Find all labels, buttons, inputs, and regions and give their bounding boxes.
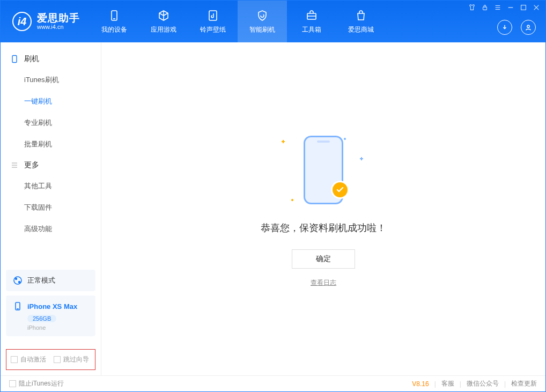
list-icon [10, 161, 19, 169]
tab-label: 铃声壁纸 [200, 25, 226, 34]
lock-icon[interactable] [481, 4, 489, 11]
tab-store[interactable]: 爱思商城 [336, 1, 386, 42]
highlighted-checkbox-row: 自动激活 跳过向导 [6, 349, 95, 370]
footer-link-service[interactable]: 客服 [441, 379, 454, 388]
mode-card[interactable]: 正常模式 [6, 270, 95, 291]
status-bar: 阻止iTunes运行 V8.16 | 客服 | 微信公众号 | 检查更新 [1, 375, 545, 391]
nav-group-flash: 刷机 [1, 49, 101, 69]
close-icon[interactable] [533, 4, 540, 11]
svg-rect-4 [483, 7, 487, 10]
footer-link-wechat[interactable]: 微信公众号 [467, 379, 499, 388]
nav-group-more: 更多 [1, 155, 101, 175]
shield-refresh-icon [256, 9, 269, 22]
version-label: V8.16 [412, 380, 429, 388]
music-file-icon [206, 9, 219, 22]
sidebar-item-batch-flash[interactable]: 批量刷机 [1, 134, 101, 155]
header-right-icons [497, 20, 536, 35]
device-card[interactable]: iPhone XS Max 256GB iPhone [6, 295, 95, 336]
user-icon[interactable] [521, 20, 536, 35]
nav-group-label: 刷机 [24, 54, 39, 64]
device-cards: 正常模式 iPhone XS Max 256GB iPhone [1, 264, 101, 346]
success-illustration [275, 130, 372, 211]
logo-text: 爱思助手 www.i4.cn [37, 13, 80, 31]
svg-point-12 [527, 25, 529, 27]
footer-link-update[interactable]: 检查更新 [511, 379, 537, 388]
mode-icon [12, 275, 23, 286]
bag-icon [355, 9, 367, 22]
svg-rect-9 [521, 5, 526, 10]
checkbox-skip-guide[interactable]: 跳过向导 [54, 355, 89, 364]
sidebar-item-pro-flash[interactable]: 专业刷机 [1, 112, 101, 134]
tab-label: 智能刷机 [249, 25, 275, 34]
checkbox-label: 自动激活 [20, 355, 46, 364]
svg-rect-13 [12, 56, 17, 63]
tab-my-device[interactable]: 我的设备 [90, 1, 139, 42]
checkbox-box-icon [9, 380, 16, 387]
device-icon [108, 9, 121, 22]
tab-label: 应用游戏 [151, 25, 176, 34]
main-content: 恭喜您，保资料刷机成功啦！ 确定 查看日志 [101, 42, 545, 375]
app-header: i4 爱思助手 www.i4.cn 我的设备 应用游戏 铃声壁纸 智能刷机 工具… [1, 1, 545, 42]
footer-right: V8.16 | 客服 | 微信公众号 | 检查更新 [412, 379, 537, 388]
tshirt-icon[interactable] [468, 4, 476, 11]
checkmark-badge-icon [331, 181, 349, 199]
svg-point-19 [19, 282, 20, 283]
device-phone-icon [12, 301, 23, 312]
app-name-cn: 爱思助手 [37, 13, 80, 24]
tab-toolbox[interactable]: 工具箱 [287, 1, 336, 42]
app-name-en: www.i4.cn [37, 24, 80, 30]
checkbox-label: 跳过向导 [63, 355, 89, 364]
sidebar-item-oneclick-flash[interactable]: 一键刷机 [1, 91, 101, 112]
tab-apps-games[interactable]: 应用游戏 [139, 1, 188, 42]
success-message: 恭喜您，保资料刷机成功啦！ [261, 221, 386, 234]
app-logo-icon: i4 [12, 12, 32, 31]
checkbox-auto-activate[interactable]: 自动激活 [11, 355, 46, 364]
sidebar-item-advanced[interactable]: 高级功能 [1, 218, 101, 240]
svg-point-18 [16, 278, 17, 280]
maximize-icon[interactable] [520, 4, 527, 11]
nav-group-label: 更多 [24, 160, 39, 170]
sidebar-item-download-firmware[interactable]: 下载固件 [1, 197, 101, 218]
tab-label: 爱思商城 [348, 25, 374, 34]
checkbox-block-itunes[interactable]: 阻止iTunes运行 [9, 379, 64, 388]
sidebar-nav: 刷机 iTunes刷机 一键刷机 专业刷机 批量刷机 更多 其他工具 下载固件 … [1, 42, 101, 264]
tab-label: 工具箱 [302, 25, 321, 34]
sidebar-item-itunes-flash[interactable]: iTunes刷机 [1, 69, 101, 91]
window-controls [468, 4, 540, 11]
checkbox-box-icon [54, 356, 61, 363]
svg-point-17 [14, 277, 21, 284]
cube-icon [157, 9, 170, 22]
checkbox-box-icon [11, 356, 18, 363]
download-icon[interactable] [497, 20, 512, 35]
logo-area: i4 爱思助手 www.i4.cn [1, 12, 90, 31]
storage-badge: 256GB [27, 315, 56, 322]
tab-smart-flash[interactable]: 智能刷机 [238, 1, 287, 42]
main-tabs: 我的设备 应用游戏 铃声壁纸 智能刷机 工具箱 爱思商城 [90, 1, 386, 42]
device-name: iPhone XS Max [27, 302, 77, 310]
app-body: 刷机 iTunes刷机 一键刷机 专业刷机 批量刷机 更多 其他工具 下载固件 … [1, 42, 545, 375]
menu-icon[interactable] [494, 4, 501, 11]
view-log-link[interactable]: 查看日志 [311, 278, 336, 287]
tab-ringtone-wallpaper[interactable]: 铃声壁纸 [188, 1, 238, 42]
sidebar: 刷机 iTunes刷机 一键刷机 专业刷机 批量刷机 更多 其他工具 下载固件 … [1, 42, 101, 375]
checkbox-label: 阻止iTunes运行 [19, 379, 64, 388]
minimize-icon[interactable] [507, 4, 514, 11]
toolbox-icon [305, 9, 318, 22]
confirm-button[interactable]: 确定 [292, 249, 355, 269]
svg-rect-2 [209, 11, 217, 20]
device-type: iPhone [27, 324, 46, 331]
phone-outline-icon [10, 55, 19, 63]
mode-label: 正常模式 [27, 276, 55, 285]
sidebar-item-other-tools[interactable]: 其他工具 [1, 175, 101, 197]
tab-label: 我的设备 [101, 25, 127, 34]
